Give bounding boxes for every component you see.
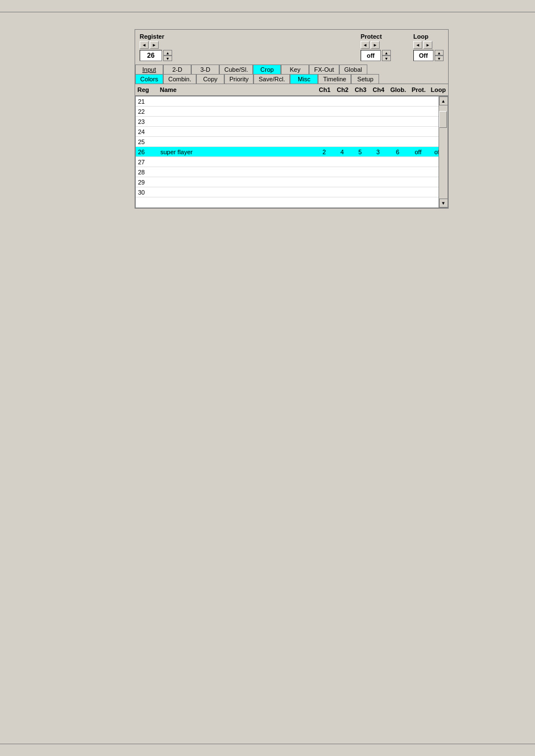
main-panel: Register ◄ ► 26 ▲ ▼ Protect bbox=[135, 29, 449, 209]
table-row[interactable]: 28 bbox=[136, 167, 448, 177]
tab-combin[interactable]: Combin. bbox=[163, 74, 196, 84]
protect-prev-button[interactable]: ◄ bbox=[361, 41, 370, 49]
register-spin-down[interactable]: ▼ bbox=[163, 56, 172, 61]
table-row[interactable]: 21 bbox=[136, 96, 448, 107]
th-glob: Glob. bbox=[388, 85, 409, 94]
scroll-thumb[interactable] bbox=[439, 111, 447, 128]
register-spinner: 26 ▲ ▼ bbox=[140, 50, 172, 61]
top-bar bbox=[0, 0, 535, 12]
table-row[interactable]: 24 bbox=[136, 127, 448, 137]
th-ch3: Ch3 bbox=[352, 85, 370, 94]
tab-copy[interactable]: Copy bbox=[196, 74, 224, 84]
scroll-track bbox=[439, 105, 448, 199]
panel-header: Register ◄ ► 26 ▲ ▼ Protect bbox=[135, 30, 448, 64]
scroll-up-button[interactable]: ▲ bbox=[439, 96, 448, 105]
table-row[interactable]: 22 bbox=[136, 107, 448, 117]
tab-fxOut[interactable]: FX-Out bbox=[309, 64, 339, 74]
protect-label: Protect bbox=[361, 33, 382, 40]
th-ch1: Ch1 bbox=[316, 85, 334, 94]
protect-nav-arrows: ◄ ► bbox=[361, 41, 380, 49]
tab-colors[interactable]: Colors bbox=[135, 74, 163, 84]
register-value: 26 bbox=[140, 50, 162, 61]
tab-input[interactable]: Input bbox=[135, 64, 163, 74]
tab-row-1: Input 2-D 3-D Cube/Sl. Crop Key FX-Out G… bbox=[135, 64, 448, 74]
protect-spin-down[interactable]: ▼ bbox=[382, 56, 391, 61]
tab-saveRcl[interactable]: Save/Rcl. bbox=[253, 74, 290, 84]
register-prev-button[interactable]: ◄ bbox=[140, 41, 149, 49]
table-row[interactable]: 26super flayer24536offoff bbox=[136, 147, 448, 157]
tab-global[interactable]: Global bbox=[339, 64, 367, 74]
register-nav-arrows: ◄ ► bbox=[140, 41, 159, 49]
tab-3d[interactable]: 3-D bbox=[191, 64, 219, 74]
tab-timeline[interactable]: Timeline bbox=[318, 74, 351, 84]
register-group: Register ◄ ► 26 ▲ ▼ bbox=[140, 33, 172, 61]
loop-spin-down[interactable]: ▼ bbox=[435, 56, 444, 61]
register-label: Register bbox=[140, 33, 164, 40]
th-ch4: Ch4 bbox=[370, 85, 388, 94]
table-header: Reg Name Ch1 Ch2 Ch3 Ch4 Glob. Prot. Loo… bbox=[135, 84, 448, 96]
table-row[interactable]: 25 bbox=[136, 137, 448, 147]
tab-setup[interactable]: Setup bbox=[351, 74, 379, 84]
bottom-bar bbox=[0, 744, 535, 756]
table-row[interactable]: 23 bbox=[136, 117, 448, 127]
loop-spin-buttons: ▲ ▼ bbox=[435, 50, 444, 61]
register-next-button[interactable]: ► bbox=[150, 41, 159, 49]
loop-group: Loop ◄ ► Off ▲ ▼ bbox=[413, 33, 444, 61]
loop-next-button[interactable]: ► bbox=[423, 41, 432, 49]
tab-2d[interactable]: 2-D bbox=[163, 64, 191, 74]
tab-cubeSl[interactable]: Cube/Sl. bbox=[219, 64, 253, 74]
table-row[interactable]: 27 bbox=[136, 157, 448, 167]
th-prot: Prot. bbox=[409, 85, 428, 94]
protect-next-button[interactable]: ► bbox=[371, 41, 380, 49]
th-ch2: Ch2 bbox=[334, 85, 352, 94]
th-name: Name bbox=[158, 85, 316, 94]
table-row[interactable]: 30 bbox=[136, 187, 448, 197]
tab-row-2: Colors Combin. Copy Priority Save/Rcl. M… bbox=[135, 74, 448, 84]
protect-value: off bbox=[361, 50, 381, 61]
tab-crop[interactable]: Crop bbox=[253, 64, 281, 74]
protect-group: Protect ◄ ► off ▲ ▼ bbox=[361, 33, 391, 61]
tab-misc[interactable]: Misc bbox=[290, 74, 318, 84]
table-body: 212223242526super flayer24536offoff27282… bbox=[135, 96, 448, 208]
protect-spin-buttons: ▲ ▼ bbox=[382, 50, 391, 61]
loop-value: Off bbox=[413, 50, 433, 61]
protect-spin-up[interactable]: ▲ bbox=[382, 50, 391, 56]
main-content: Register ◄ ► 26 ▲ ▼ Protect bbox=[0, 12, 535, 225]
loop-nav-arrows: ◄ ► bbox=[413, 41, 432, 49]
loop-prev-button[interactable]: ◄ bbox=[413, 41, 422, 49]
table-row[interactable]: 29 bbox=[136, 177, 448, 187]
register-spin-buttons: ▲ ▼ bbox=[163, 50, 172, 61]
loop-spin-up[interactable]: ▲ bbox=[435, 50, 444, 56]
loop-label: Loop bbox=[413, 33, 428, 40]
th-loop: Loop bbox=[428, 85, 448, 94]
register-spin-up[interactable]: ▲ bbox=[163, 50, 172, 56]
tab-key[interactable]: Key bbox=[281, 64, 309, 74]
scrollbar[interactable]: ▲ ▼ bbox=[439, 96, 448, 208]
loop-spinner: Off ▲ ▼ bbox=[413, 50, 444, 61]
protect-spinner: off ▲ ▼ bbox=[361, 50, 391, 61]
scroll-down-button[interactable]: ▼ bbox=[439, 199, 448, 208]
tab-priority[interactable]: Priority bbox=[224, 74, 253, 84]
th-reg: Reg bbox=[135, 85, 158, 94]
